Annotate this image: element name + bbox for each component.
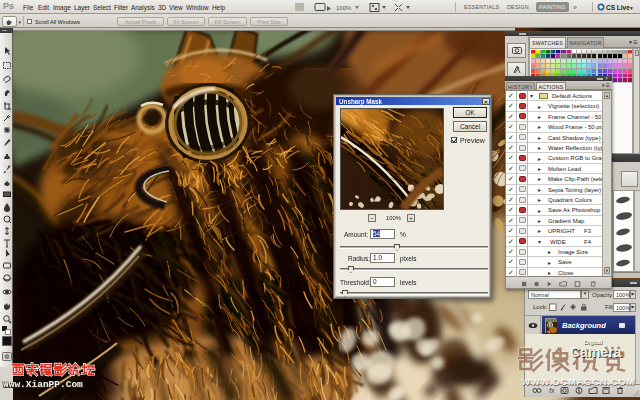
- svg-text:100%: 100%: [336, 5, 352, 11]
- svg-text:fx: fx: [549, 387, 555, 394]
